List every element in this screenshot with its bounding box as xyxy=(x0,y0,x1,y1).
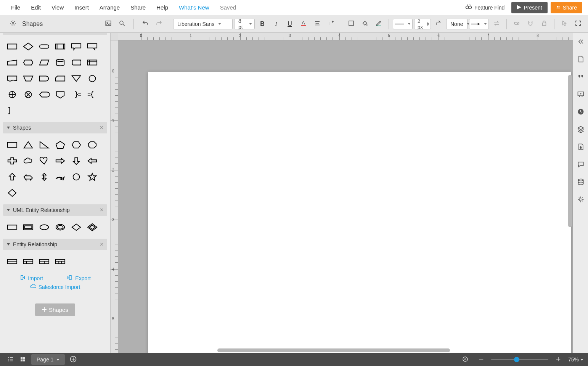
shape-predefined-process[interactable] xyxy=(53,39,68,54)
shape-arrow-leftright[interactable] xyxy=(21,169,36,185)
line-routing-button[interactable] xyxy=(432,18,445,30)
arrow-start-select[interactable]: None xyxy=(446,19,468,29)
shape-rect[interactable] xyxy=(5,137,20,152)
font-family-select[interactable]: Liberation Sans xyxy=(173,19,233,29)
export-link[interactable]: Export xyxy=(67,274,90,282)
search-shapes-button[interactable] xyxy=(116,18,128,30)
shape-card[interactable] xyxy=(53,71,68,86)
zoom-level-select[interactable]: 75% xyxy=(568,356,583,363)
shape-stored-data[interactable] xyxy=(69,55,84,70)
menu-file[interactable]: File xyxy=(6,0,26,14)
canvas-page[interactable] xyxy=(148,72,571,353)
lock-button[interactable] xyxy=(538,18,550,30)
shape-rectangle[interactable] xyxy=(5,39,20,54)
shape-brace-left[interactable] xyxy=(85,87,100,102)
category-header-shapes[interactable]: Shapes × xyxy=(3,122,107,133)
shape-cross[interactable] xyxy=(5,153,20,169)
shape-internal-storage[interactable] xyxy=(85,55,100,70)
link-button[interactable] xyxy=(511,18,523,30)
shape-offpage[interactable] xyxy=(53,87,68,102)
dock-comment-button[interactable] xyxy=(575,72,586,82)
shape-callout-right[interactable] xyxy=(85,39,100,54)
zoom-slider-thumb[interactable] xyxy=(514,357,519,362)
dock-presentation-button[interactable] xyxy=(575,89,586,100)
zoom-out-button[interactable] xyxy=(475,354,487,365)
redo-button[interactable] xyxy=(153,18,165,30)
shape-display[interactable] xyxy=(37,87,52,102)
shape-hexagon-flat[interactable] xyxy=(21,55,36,70)
dock-data-button[interactable] xyxy=(575,177,586,188)
shape-diamond2[interactable] xyxy=(5,185,20,201)
shape-arrow-right[interactable] xyxy=(53,153,68,169)
dock-collapse-button[interactable] xyxy=(575,37,586,47)
add-shapes-button[interactable]: Shapes xyxy=(35,303,75,316)
shape-brace-right[interactable] xyxy=(69,87,84,102)
swap-endpoints-button[interactable] xyxy=(490,18,503,30)
shape-er-table-2[interactable] xyxy=(21,254,36,269)
shape-note[interactable] xyxy=(5,103,20,118)
zoom-slider[interactable] xyxy=(491,359,548,360)
menu-share[interactable]: Share xyxy=(125,0,151,14)
shape-border-button[interactable] xyxy=(345,18,357,30)
shape-hexagon[interactable] xyxy=(69,137,84,152)
bold-button[interactable]: B xyxy=(256,18,268,30)
grid-view-button[interactable] xyxy=(17,354,29,365)
menu-view[interactable]: View xyxy=(46,0,69,14)
shape-star[interactable] xyxy=(85,169,100,185)
shape-extract[interactable] xyxy=(69,71,84,86)
magnet-button[interactable] xyxy=(524,18,537,30)
menu-help[interactable]: Help xyxy=(151,0,174,14)
menu-edit[interactable]: Edit xyxy=(26,0,46,14)
shape-arrow-left[interactable] xyxy=(85,153,100,169)
shape-arrow-down[interactable] xyxy=(69,153,84,169)
text-color-button[interactable]: A xyxy=(297,18,310,30)
arrow-end-select[interactable] xyxy=(469,19,489,29)
shape-manual-operation[interactable] xyxy=(21,71,36,86)
shape-octagon[interactable] xyxy=(85,137,100,152)
shape-arrow-up[interactable] xyxy=(5,169,20,185)
line-width-input[interactable]: 2 px xyxy=(414,19,431,29)
dock-history-button[interactable] xyxy=(575,107,586,117)
shape-triangle[interactable] xyxy=(21,137,36,152)
fullscreen-button[interactable] xyxy=(572,18,584,30)
shape-document[interactable] xyxy=(5,71,20,86)
line-style-select[interactable] xyxy=(393,19,413,29)
dock-chat-button[interactable] xyxy=(575,159,586,170)
zoom-fit-button[interactable]: A xyxy=(459,354,471,365)
shape-delay[interactable] xyxy=(37,71,52,86)
shape-pentagon[interactable] xyxy=(53,137,68,152)
font-size-select[interactable]: 8 pt xyxy=(234,19,255,29)
share-button[interactable]: Share xyxy=(551,2,582,13)
shape-sum-junction[interactable] xyxy=(21,87,36,102)
category-header-flowchart[interactable]: Flowchart × xyxy=(3,33,107,35)
salesforce-import-link[interactable]: Salesforce Import xyxy=(30,283,80,291)
dock-actions-button[interactable] xyxy=(575,194,586,205)
shape-callout[interactable] xyxy=(69,39,84,54)
shape-connector[interactable] xyxy=(85,71,100,86)
menu-insert[interactable]: Insert xyxy=(69,0,94,14)
feature-find-button[interactable]: Feature Find xyxy=(461,1,508,14)
shape-arrow-curved[interactable] xyxy=(53,169,68,185)
shape-heart[interactable] xyxy=(37,153,52,169)
shape-cloud[interactable] xyxy=(21,153,36,169)
canvas-scrollbar-vertical[interactable] xyxy=(568,75,572,227)
undo-button[interactable] xyxy=(139,18,151,30)
text-options-button[interactable]: T xyxy=(325,18,337,30)
shape-relationship[interactable] xyxy=(69,220,84,235)
shape-weak-entity[interactable] xyxy=(21,220,36,235)
shape-er-table-1[interactable] xyxy=(5,254,20,269)
import-link[interactable]: Import xyxy=(19,274,43,282)
close-category-button[interactable]: × xyxy=(100,241,103,248)
menu-arrange[interactable]: Arrange xyxy=(94,0,125,14)
dock-master-button[interactable] xyxy=(575,142,586,152)
shape-terminator[interactable] xyxy=(37,39,52,54)
page-tab[interactable]: Page 1 xyxy=(31,354,65,365)
shape-er-table-3[interactable] xyxy=(37,254,52,269)
shape-weak-relationship[interactable] xyxy=(85,220,100,235)
shape-attribute[interactable] xyxy=(37,220,52,235)
line-color-button[interactable] xyxy=(373,18,385,30)
canvas-scrollbar-horizontal[interactable] xyxy=(217,348,450,352)
shape-entity[interactable] xyxy=(5,220,20,235)
shape-arrow-updown[interactable] xyxy=(37,169,52,185)
text-align-button[interactable] xyxy=(311,18,323,30)
